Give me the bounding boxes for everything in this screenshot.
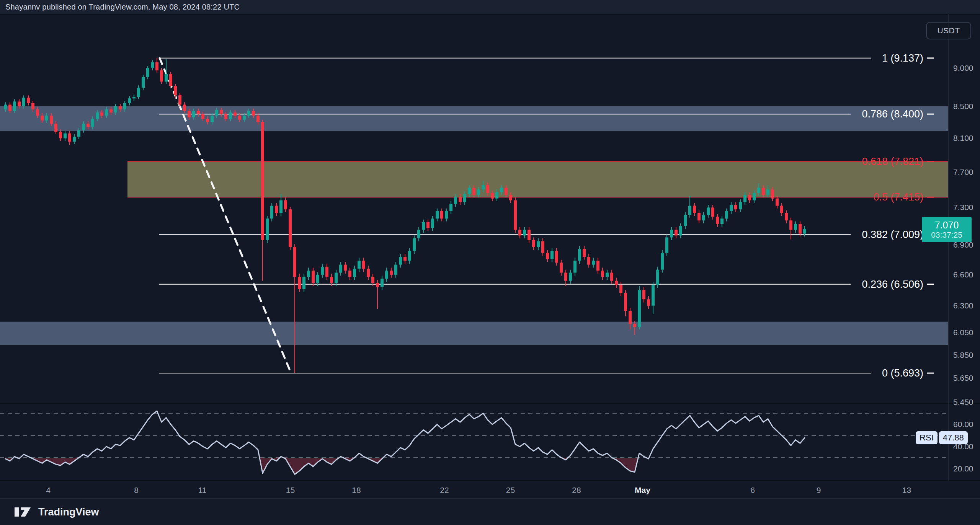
price-axis-label: 5.850 <box>953 351 973 359</box>
candle-body <box>270 206 273 219</box>
candle-body <box>697 213 701 220</box>
candle-body <box>762 188 765 195</box>
candle-body <box>146 68 149 77</box>
candle-body <box>514 200 517 230</box>
candle-body <box>183 104 186 111</box>
candle-body <box>546 253 549 259</box>
candle-body <box>652 285 655 305</box>
candle-body <box>776 199 779 206</box>
candle-body <box>344 265 347 271</box>
tradingview-brand-text: TradingView <box>38 506 99 518</box>
fib-label-0.618: 0.618 (7.821) <box>862 156 923 167</box>
candle-body <box>31 103 34 109</box>
candle-body <box>679 226 682 236</box>
candle-body <box>123 103 126 109</box>
candle-body <box>243 116 246 119</box>
candle-body <box>431 218 434 228</box>
candle-body <box>174 86 177 95</box>
candle-body <box>725 211 728 218</box>
candle-body <box>583 249 586 257</box>
candle-body <box>8 104 11 111</box>
candle-body <box>275 206 278 213</box>
candle-body <box>289 209 292 247</box>
quote-currency-chip[interactable]: USDT <box>926 22 971 39</box>
candle-body <box>394 265 397 275</box>
price-axis-label: 8.100 <box>953 134 973 142</box>
candle-body <box>68 134 71 142</box>
candle-body <box>201 114 204 119</box>
candle-body <box>555 251 558 263</box>
chart-canvas[interactable]: 1 (9.137)0.786 (8.400)0.618 (7.821)0.5 (… <box>0 0 980 525</box>
candle-body <box>780 206 783 213</box>
candle-body <box>41 116 44 121</box>
last-price-value: 7.070 <box>935 220 959 231</box>
candle-body <box>220 110 223 114</box>
candle-body <box>596 261 599 271</box>
candle-body <box>22 98 25 106</box>
candle-body <box>436 211 439 218</box>
candle-body <box>449 204 452 211</box>
candle-body <box>482 185 485 190</box>
time-axis-label: 9 <box>817 486 821 494</box>
candle-body <box>794 224 797 230</box>
price-axis-label: 6.600 <box>953 270 973 279</box>
candle-body <box>284 200 287 209</box>
candle-body <box>330 277 333 283</box>
candle-body <box>771 189 774 198</box>
candle-body <box>789 220 792 230</box>
candle-countdown: 03:37:25 <box>931 230 962 239</box>
candle-body <box>137 88 140 97</box>
fib-label-0.382: 0.382 (7.009) <box>862 229 923 240</box>
candle-body <box>169 74 172 86</box>
candle-body <box>459 197 462 202</box>
candle-body <box>518 230 521 236</box>
candle-body <box>358 261 361 269</box>
candle-body <box>468 188 471 194</box>
candle-body <box>454 197 457 204</box>
candle-body <box>665 237 668 253</box>
candle-body <box>211 116 214 122</box>
time-axis-label: 6 <box>750 486 755 494</box>
price-axis-label: 7.300 <box>953 203 973 212</box>
time-axis-label: 22 <box>440 486 449 494</box>
resistance-zone-upper <box>0 106 948 131</box>
candle-body <box>785 213 788 220</box>
candle-body <box>702 215 705 221</box>
rsi-value: 47.88 <box>943 433 964 443</box>
candle-body <box>766 189 769 195</box>
candle-body <box>348 271 351 277</box>
candle-body <box>50 116 53 124</box>
time-axis-label: 11 <box>198 486 207 494</box>
candle-body <box>367 269 370 277</box>
candle-body <box>486 185 489 193</box>
quote-currency-label: USDT <box>937 26 960 35</box>
candle-body <box>376 283 379 287</box>
candle-body <box>743 195 746 202</box>
candle-body <box>54 124 57 132</box>
time-axis[interactable]: 48111518222528May6913 <box>46 486 911 494</box>
candle-body <box>528 230 531 240</box>
candle-body <box>339 265 342 273</box>
price-axis-label: 6.050 <box>953 328 973 337</box>
time-axis-label: 4 <box>46 486 51 494</box>
candle-body <box>422 222 425 230</box>
price-axis-label: 9.000 <box>953 64 973 72</box>
price-axis[interactable]: 9.0008.5008.1007.7007.3006.9006.6006.300… <box>953 64 973 473</box>
last-price-badge: 7.070 03:37:25 <box>922 217 972 242</box>
candle-body <box>82 124 85 130</box>
candle-body <box>100 112 103 116</box>
candle-body <box>417 230 420 238</box>
candle-body <box>661 253 664 270</box>
candle-body <box>495 192 498 198</box>
tradingview-logo-icon[interactable] <box>14 505 34 519</box>
price-axis-label: 8.500 <box>953 102 973 111</box>
candle-body <box>619 285 622 293</box>
time-axis-label: 15 <box>286 486 295 494</box>
candle-body <box>59 132 62 138</box>
candle-body <box>799 224 802 234</box>
candle-body <box>399 257 402 265</box>
candle-body <box>353 269 356 277</box>
candle-body <box>381 279 384 287</box>
candle-body <box>739 202 742 209</box>
candle-body <box>606 273 609 277</box>
